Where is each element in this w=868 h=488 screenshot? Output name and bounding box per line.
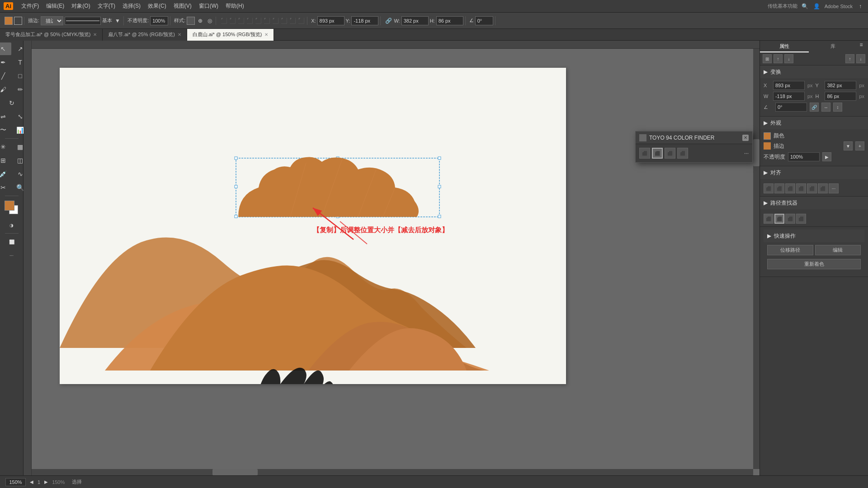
user-icon[interactable]: 👤 (813, 2, 821, 10)
fill-swatch[interactable] (764, 132, 771, 140)
foreground-color-box[interactable] (5, 201, 14, 211)
stroke-color-swatch[interactable] (14, 17, 22, 25)
h-input-toolbar[interactable]: 86 px (436, 16, 463, 25)
toyo-btn-1[interactable]: ⬛ (639, 148, 650, 159)
toyo-btn-4[interactable]: ⬛ (677, 148, 688, 159)
link-size-btn[interactable]: 🔗 (810, 103, 819, 112)
h-input[interactable] (825, 92, 856, 101)
angle-input-toolbar[interactable] (475, 16, 493, 25)
stroke-swatch-panel[interactable] (764, 142, 771, 150)
scrollbar-thumb-v[interactable] (753, 139, 760, 166)
distribute-v-icon[interactable]: ⬛ (280, 17, 288, 25)
panel-menu-icon[interactable]: ≡ (857, 41, 865, 49)
distribute-h-icon[interactable]: ⬛ (271, 17, 279, 25)
panel-icon-1[interactable]: ⊞ (763, 54, 772, 63)
appearance-header[interactable]: ▶ 外观 (760, 117, 868, 129)
scrollbar-thumb-h[interactable] (212, 469, 258, 475)
align-more-btn[interactable]: ··· (829, 183, 839, 193)
align-bottom-icon[interactable]: ⬛ (263, 17, 271, 25)
stroke-options-btn[interactable]: ▼ (844, 141, 853, 150)
tab-0-close[interactable]: ✕ (93, 32, 97, 37)
style-icons[interactable]: ⊕ (196, 17, 204, 25)
exclude-btn[interactable]: ⬛ (796, 214, 806, 224)
opacity-expand-btn[interactable]: ▶ (822, 152, 831, 161)
line-tool[interactable]: ╱ (0, 70, 11, 82)
menu-select[interactable]: 选择(S) (120, 1, 143, 11)
menu-object[interactable]: 对象(O) (69, 1, 93, 11)
align-center-h-icon[interactable]: ⬛ (228, 17, 236, 25)
rotate-tool[interactable]: ↻ (4, 97, 20, 109)
stroke-select[interactable]: 描边 (41, 16, 63, 25)
tab-1[interactable]: 扁八节.ai* @ 25% (RGB/预览) ✕ (103, 29, 187, 41)
offset-path-btn[interactable]: 位移路径 (767, 245, 813, 255)
paintbrush-tool[interactable]: 🖌 (0, 83, 11, 96)
angle-input[interactable] (775, 103, 807, 112)
fill-color-swatch[interactable] (5, 17, 13, 25)
zoom-input[interactable] (5, 478, 26, 486)
search-icon[interactable]: 🔍 (801, 2, 809, 10)
stroke-add-btn[interactable]: + (855, 141, 864, 150)
menu-effect[interactable]: 效果(C) (145, 1, 169, 11)
gradient-color-btn[interactable]: ◑ (4, 219, 20, 231)
recolor-btn[interactable]: 重新着色 (767, 259, 861, 269)
w-input[interactable] (773, 92, 805, 101)
opacity-input-panel[interactable] (788, 152, 820, 161)
align-center-h-btn[interactable]: ⬛ (774, 183, 784, 193)
stroke-dropdown-icon[interactable]: ▼ (113, 17, 122, 25)
align-middle-btn[interactable]: ⬛ (807, 183, 817, 193)
menu-file[interactable]: 文件(F) (19, 1, 42, 11)
pen-tool[interactable]: ✒ (0, 56, 11, 69)
align-more2-icon[interactable]: ⬛ (297, 17, 305, 25)
flip-v-btn[interactable]: ↕ (833, 103, 842, 112)
mesh-tool[interactable]: ⊞ (0, 154, 11, 167)
style-swatch[interactable] (187, 17, 195, 25)
align-right-btn[interactable]: ⬛ (785, 183, 795, 193)
align-top-btn[interactable]: ⬛ (796, 183, 806, 193)
menu-window[interactable]: 窗口(W) (196, 1, 221, 11)
align-header[interactable]: ▶ 对齐 (760, 166, 868, 179)
tab-library[interactable]: 库 (809, 41, 858, 52)
y-input[interactable] (825, 81, 856, 90)
artboard-tool[interactable]: ⬜ (4, 235, 20, 248)
panel-icon-2[interactable]: ↑ (774, 54, 783, 63)
align-right-icon[interactable]: ⬛ (237, 17, 245, 25)
canvas-area[interactable]: 【复制】后调整位置大小并【减去后放对象】 (24, 41, 760, 475)
align-center-v-icon[interactable]: ⬛ (254, 17, 262, 25)
toyo-close-btn[interactable]: ✕ (742, 135, 749, 141)
intersect-btn[interactable]: ⬛ (785, 214, 795, 224)
menu-help[interactable]: 帮助(H) (223, 1, 247, 11)
lock-icon-toolbar[interactable]: 🔗 (384, 17, 392, 25)
more-tools-btn[interactable]: ··· (4, 249, 20, 262)
quick-ops-header[interactable]: ▶ 快速操作 (764, 230, 864, 242)
style-icons2[interactable]: ◎ (206, 17, 214, 25)
align-left-btn[interactable]: ⬛ (764, 183, 774, 193)
tab-2-close[interactable]: ✕ (264, 32, 268, 37)
zoom-down-icon[interactable]: ◀ (28, 478, 36, 486)
warp-tool[interactable]: 〜 (0, 124, 11, 136)
align-left-icon[interactable]: ⬛ (220, 17, 228, 25)
eyedropper-tool[interactable]: 💉 (0, 168, 11, 180)
tab-2[interactable]: 白鹿山.ai* @ 150% (RGB/预览) ✕ (187, 29, 274, 41)
x-input[interactable] (773, 81, 805, 90)
color-mode-btn[interactable]: ● (0, 219, 3, 231)
pathfinder-header[interactable]: ▶ 路径查找器 (760, 197, 868, 209)
align-more-icon[interactable]: ⬛ (288, 17, 297, 25)
w-input-toolbar[interactable]: 382 px (401, 16, 429, 25)
canvas-document[interactable]: 【复制】后调整位置大小并【减去后放对象】 (60, 68, 566, 384)
y-input-toolbar[interactable]: -118 px (351, 16, 378, 25)
align-top-icon[interactable]: ⬛ (245, 17, 254, 25)
transform-header[interactable]: ▶ 变换 (760, 66, 868, 78)
flip-h-btn[interactable]: ↔ (821, 103, 830, 112)
toyo-btn-2[interactable]: ⬛ (652, 148, 663, 159)
align-bottom-btn[interactable]: ⬛ (818, 183, 828, 193)
edit-btn[interactable]: 编辑 (815, 245, 861, 255)
menu-text[interactable]: 文字(T) (95, 1, 118, 11)
selection-tool[interactable]: ↖ (0, 42, 11, 55)
scrollbar-horizontal[interactable] (32, 469, 753, 475)
reflect-tool[interactable]: ⇌ (0, 110, 11, 123)
opacity-input[interactable] (150, 16, 168, 25)
menu-view[interactable]: 视图(V) (171, 1, 194, 11)
panel-export-icon[interactable]: ↑ (845, 54, 854, 63)
minus-front-btn[interactable]: ⬛ (774, 214, 784, 224)
tab-0[interactable]: 零号食品加工.ai* @ 50% (CMYK/预览) ✕ (0, 29, 103, 41)
